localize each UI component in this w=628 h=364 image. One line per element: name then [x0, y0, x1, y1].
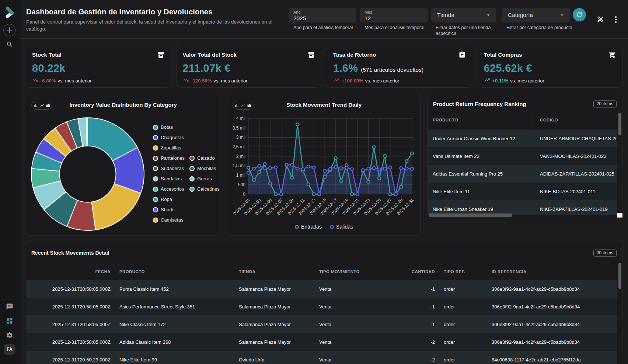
- trending-down-icon: [32, 77, 41, 84]
- movements-col-0[interactable]: FECHA: [26, 269, 111, 274]
- store-helper: Filtrar datos por una tienda específica: [436, 25, 498, 36]
- month-helper: Mes para el análisis temporal: [364, 25, 431, 31]
- store-select[interactable]: Tienda: [431, 8, 496, 22]
- cell-codigo: VANS-MOCHILAS-202401-022: [540, 147, 617, 165]
- kpi-value: 80.22k: [32, 62, 66, 74]
- avatar[interactable]: FA: [4, 344, 15, 355]
- cell-producto: Nike Elite Urban Sneaker 19: [433, 200, 534, 215]
- legend-swatch: [153, 187, 158, 192]
- search-icon[interactable]: [6, 41, 13, 49]
- donut-legend-item-Sandalias[interactable]: Sandalias: [153, 176, 182, 181]
- chat-icon[interactable]: [6, 303, 13, 312]
- ranking-col-producto[interactable]: PRODUCTO: [433, 118, 458, 122]
- cell-0: 2025-12-31T20:58:05.000Z: [26, 333, 111, 351]
- year-input-value: 2025: [293, 15, 306, 22]
- year-input[interactable]: Año 2025: [289, 8, 356, 22]
- legend-swatch: [153, 176, 158, 181]
- legend-label: Gorras: [197, 176, 212, 181]
- movements-table-row[interactable]: 2025-12-31T20:58:05.000ZAsics Performanc…: [26, 298, 617, 315]
- movements-col-2[interactable]: TIENDA: [239, 269, 314, 274]
- ranking-col-codigo[interactable]: CÓDIGO: [540, 118, 558, 122]
- ranking-table-row[interactable]: Vans Ultimate Item 22VANS-MOCHILAS-20240…: [428, 147, 617, 165]
- donut-legend-item-Camisetas[interactable]: Camisetas: [153, 217, 183, 223]
- legend-swatch: [153, 145, 158, 151]
- donut-legend-item-Chaquetas[interactable]: Chaquetas: [153, 135, 184, 140]
- movements-table-row[interactable]: 2025-12-31T20:58:05.000ZNike Classic Ite…: [26, 315, 617, 333]
- cell-0: 2025-12-31T20:50:29.000Z: [26, 351, 111, 364]
- donut-legend-item-Mochilas[interactable]: Mochilas: [189, 166, 216, 171]
- kpi-delta: -120.50%: [191, 78, 212, 84]
- trend-chart[interactable]: 05001 mil1,5 mil2 mil2,5 mil3 mil3,5 mil…: [227, 94, 421, 221]
- cell-3: Venta: [319, 280, 393, 298]
- donut-legend-item-Botas[interactable]: Botas: [153, 124, 173, 130]
- add-button[interactable]: [3, 24, 16, 36]
- movements-col-1[interactable]: PRODUCTO: [119, 269, 234, 274]
- svg-text:1,5 mil: 1,5 mil: [233, 163, 245, 168]
- cell-6: 306e3f92-9aa1-4c2f-ac29-c5badb9b8d34: [492, 298, 617, 315]
- movements-col-3[interactable]: TIPO MOVIMIENTO: [319, 269, 393, 274]
- ranking-table-row[interactable]: Adidas Essential Running Pro 25ADIDAS-ZA…: [428, 165, 617, 183]
- movements-table-row[interactable]: 2025-12-31T20:58:05.000ZPuma Classic Ite…: [26, 280, 617, 298]
- movements-col-6[interactable]: ID REFERENCIA: [492, 269, 617, 274]
- donut-legend-item-Sudaderas[interactable]: Sudaderas: [153, 166, 184, 171]
- legend-item-entradas[interactable]: Entradas: [295, 224, 322, 230]
- donut-chart[interactable]: [26, 94, 221, 236]
- design-services-icon[interactable]: [597, 15, 604, 24]
- ranking-vertical-scrollbar[interactable]: [618, 113, 621, 135]
- cell-4: -2: [398, 351, 435, 364]
- legend-item-salidas[interactable]: Salidas: [330, 224, 353, 230]
- kebab-menu-icon[interactable]: [614, 15, 618, 25]
- legend-swatch: [153, 166, 158, 171]
- kpi-delta-suffix: vs. mes anterior: [57, 78, 91, 84]
- legend-label: Mochilas: [197, 166, 216, 171]
- movements-table-row[interactable]: 2025-12-31T20:50:29.000ZNike Elite Item …: [26, 351, 617, 364]
- donut-legend-item-Gorras[interactable]: Gorras: [189, 176, 212, 181]
- legend-swatch: [189, 166, 195, 171]
- kpi-card-2: Tasa de Retorno1.6%(571 artículos devuel…: [327, 46, 472, 88]
- cell-4: -2: [398, 333, 435, 351]
- category-select[interactable]: Categoría: [502, 8, 570, 22]
- ranking-horizontal-scrollbar[interactable]: [429, 213, 512, 217]
- month-input[interactable]: Mes 12: [360, 8, 428, 22]
- ranking-table-row[interactable]: Nike Elite Urban Sneaker 19NIKE-ZAPATILL…: [428, 200, 617, 215]
- donut-legend-item-Accesorios[interactable]: Accesorios: [153, 186, 184, 192]
- donut-legend-item-Calzado[interactable]: Calzado: [189, 155, 215, 161]
- store-select-label: Tienda: [437, 12, 454, 18]
- donut-legend-item-Zapatillas[interactable]: Zapatillas: [153, 145, 181, 151]
- donut-slice-Zapatillas[interactable]: [92, 184, 141, 230]
- entradas-legend-marker: [295, 225, 299, 229]
- donut-legend-item-Calcetines[interactable]: Calcetines: [189, 186, 220, 192]
- cell-0: 2025-12-31T20:58:05.000Z: [26, 280, 111, 298]
- dashboard-icon[interactable]: [6, 317, 13, 326]
- donut-legend-item-Shorts[interactable]: Shorts: [153, 207, 175, 212]
- cell-2: Salamanca Plaza Mayor: [239, 280, 314, 298]
- legend-swatch: [189, 156, 195, 161]
- kpi-title: Valor Total del Stock: [183, 52, 237, 58]
- movements-vertical-scrollbar[interactable]: [618, 263, 621, 289]
- donut-legend-item-Pantalones[interactable]: Pantalones: [153, 155, 185, 161]
- kpi-delta: -6.80%: [41, 78, 56, 84]
- cell-6: 306e3f92-9aa1-4c2f-ac29-c5badb9b8d34: [492, 333, 617, 351]
- svg-text:4 mil: 4 mil: [236, 116, 245, 121]
- movements-panel-title: Recent Stock Movements Detail: [31, 250, 109, 256]
- cell-0: 2025-12-31T20:58:05.000Z: [26, 298, 111, 315]
- refresh-icon: [576, 11, 583, 18]
- kpi-title: Tasa de Retorno: [333, 52, 376, 58]
- ranking-table-row[interactable]: Under Armour Classic Wind Runner 12UNDER…: [428, 130, 617, 147]
- movements-col-5[interactable]: TIPO REF.: [444, 269, 484, 274]
- movements-table-row[interactable]: 2025-12-31T20:58:05.000ZAdidas Classic I…: [26, 333, 617, 351]
- settings-gear-icon[interactable]: [6, 332, 13, 340]
- cell-3: Venta: [319, 298, 393, 315]
- ranking-table-row[interactable]: Nike Elite Item 11NIKE-BOTAS-202401-011: [428, 183, 617, 200]
- cell-1: Nike Classic Item 172: [119, 315, 234, 333]
- return-ranking-panel: Product Return Frequency Ranking 20 item…: [428, 94, 622, 219]
- movements-col-4[interactable]: CANTIDAD: [398, 269, 435, 274]
- refresh-button[interactable]: [573, 8, 586, 21]
- cell-4: -1: [398, 280, 435, 298]
- movements-items-badge: 20 items: [593, 250, 617, 257]
- kpi-delta-suffix: vs. mes anterior: [365, 78, 399, 84]
- svg-text:3,5 mil: 3,5 mil: [233, 126, 245, 131]
- category-helper: Filtrar por categoría de producto: [506, 25, 591, 31]
- donut-legend-item-Ropa[interactable]: Ropa: [153, 197, 172, 202]
- svg-text:500: 500: [238, 182, 245, 187]
